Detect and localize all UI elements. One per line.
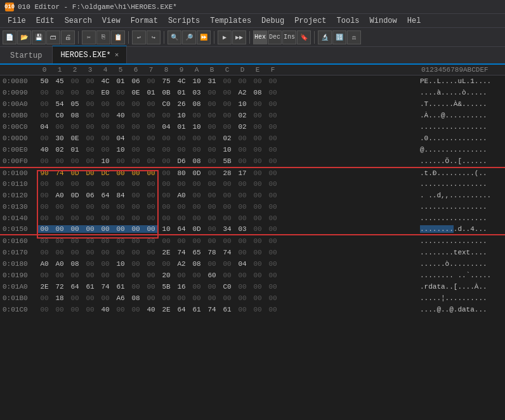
hex-cell[interactable]: 00	[82, 225, 98, 233]
hex-cell[interactable]: 00	[37, 203, 52, 211]
hex-cell[interactable]: 00	[250, 146, 265, 154]
hex-cell[interactable]: 00	[235, 249, 250, 256]
hex-cell[interactable]: 00	[204, 123, 220, 131]
hex-cell[interactable]: 00	[250, 283, 265, 291]
hex-cell[interactable]: 02	[235, 112, 250, 119]
hex-cell[interactable]: 00	[204, 283, 220, 291]
hex-cell[interactable]: 00	[37, 192, 52, 199]
hex-cell[interactable]: 00	[113, 237, 128, 245]
hex-cell[interactable]: 00	[265, 112, 280, 119]
hex-cell[interactable]: 00	[159, 214, 174, 222]
hex-cell[interactable]: 00	[98, 203, 113, 211]
table-row[interactable]: 0:01A02E726461746100005B160000C0000000.r…	[0, 281, 505, 292]
hex-cell[interactable]: 00	[189, 146, 204, 154]
table-row[interactable]: 0:01B00018000000A608000000000000000000..…	[0, 292, 505, 304]
tab-close-button[interactable]: ×	[115, 51, 119, 59]
hex-cell[interactable]: 08	[67, 260, 82, 268]
hex-cell[interactable]: 00	[52, 214, 67, 222]
hex-cell[interactable]: 72	[52, 283, 67, 291]
hex-cell[interactable]: 00	[113, 169, 128, 177]
hex-cell[interactable]: 00	[98, 180, 113, 188]
redo-button[interactable]: ↪	[147, 30, 161, 44]
hex-cell[interactable]: 54	[52, 100, 67, 108]
table-row[interactable]: 0:019000000000000000002000006000000000..…	[0, 270, 505, 281]
hex-cell[interactable]: 10	[159, 225, 174, 233]
hex-cell[interactable]: 00	[250, 157, 265, 165]
hex-cell[interactable]: 00	[204, 237, 220, 245]
hex-cell[interactable]: 00	[265, 135, 280, 142]
new-button[interactable]: 📄	[3, 30, 16, 44]
hex-cell[interactable]: 00	[143, 135, 159, 142]
hex-cell[interactable]: 00	[82, 272, 98, 279]
hex-cell[interactable]: 00	[82, 203, 98, 211]
hex-cell[interactable]: 00	[143, 180, 159, 188]
hex-cell[interactable]: 00	[67, 237, 82, 245]
table-row[interactable]: 0:016000000000000000000000000000000000..…	[0, 235, 505, 247]
menu-help[interactable]: Hel	[402, 14, 426, 27]
hex-cell[interactable]: 00	[174, 272, 189, 279]
table-row[interactable]: 0:011000000000000000000000000000000000..…	[0, 178, 505, 190]
hex-cell[interactable]: 00	[189, 112, 204, 119]
hex-cell[interactable]: 0D	[67, 192, 82, 199]
hex-cell[interactable]: 00	[113, 225, 128, 233]
hex-cell[interactable]: 00	[128, 225, 143, 233]
hex-cell[interactable]: 00	[235, 283, 250, 291]
hex-cell[interactable]: 00	[265, 89, 280, 96]
hex-cell[interactable]: 00	[128, 283, 143, 291]
hex-cell[interactable]: 06	[128, 77, 143, 85]
hex-cell[interactable]: 00	[250, 225, 265, 233]
table-row[interactable]: 0:017000000000000000002E74657874000000..…	[0, 247, 505, 258]
hex-cell[interactable]: 00	[204, 192, 220, 199]
hex-cell[interactable]: 00	[113, 100, 128, 108]
hex-cell[interactable]: 00	[250, 123, 265, 131]
hex-cell[interactable]: 00	[37, 214, 52, 222]
hex-cell[interactable]: 00	[82, 260, 98, 268]
hex-cell[interactable]: 00	[98, 225, 113, 233]
hex-cell[interactable]: 00	[159, 237, 174, 245]
hex-cell[interactable]: 0E	[128, 89, 143, 96]
hex-mode-button[interactable]: Hex	[253, 30, 267, 44]
table-row[interactable]: 0:00A00054050000000000C026080000100000.T…	[0, 98, 505, 110]
hex-cell[interactable]: 00	[235, 237, 250, 245]
hex-cell[interactable]: 00	[98, 272, 113, 279]
hex-cell[interactable]: 00	[98, 294, 113, 302]
hex-cell[interactable]: 00	[204, 260, 220, 268]
hex-cell[interactable]: 00	[128, 272, 143, 279]
hex-cell[interactable]: 00	[67, 203, 82, 211]
hex-cell[interactable]: 00	[235, 294, 250, 302]
hex-cell[interactable]: 00	[220, 89, 235, 96]
hex-cell[interactable]: 00	[128, 123, 143, 131]
hex-cell[interactable]: 00	[204, 157, 220, 165]
open-button[interactable]: 📂	[17, 30, 31, 44]
hex-cell[interactable]: 00	[159, 203, 174, 211]
hex-cell[interactable]: 01	[143, 89, 159, 96]
hex-cell[interactable]: 00	[235, 180, 250, 188]
hex-cell[interactable]: 60	[204, 272, 220, 279]
hex-cell[interactable]: 65	[189, 249, 204, 256]
hex-cell[interactable]: 00	[220, 180, 235, 188]
hex-cell[interactable]: 00	[113, 272, 128, 279]
find-replace-button[interactable]: 🔎	[182, 30, 196, 44]
hex-cell[interactable]: 00	[174, 146, 189, 154]
hex-cell[interactable]: 00	[265, 157, 280, 165]
hex-cell[interactable]: 00	[98, 135, 113, 142]
hex-cell[interactable]: 40	[98, 306, 113, 313]
hex-cell[interactable]: 00	[159, 180, 174, 188]
hex-cell[interactable]: 75	[159, 77, 174, 85]
hex-cell[interactable]: 28	[220, 169, 235, 177]
find-button[interactable]: 🔍	[167, 30, 181, 44]
run-template-button[interactable]: ▶▶	[232, 30, 246, 44]
save-all-button[interactable]: 🗃	[46, 30, 60, 44]
hex-cell[interactable]: A0	[174, 192, 189, 199]
hex-cell[interactable]: 03	[235, 225, 250, 233]
hex-cell[interactable]: 04	[113, 135, 128, 142]
hex-cell[interactable]: 00	[143, 237, 159, 245]
hex-cell[interactable]: 00	[265, 249, 280, 256]
menu-edit[interactable]: Edit	[31, 14, 60, 27]
hex-cell[interactable]: 00	[204, 180, 220, 188]
hex-cell[interactable]: 10	[189, 77, 204, 85]
hex-cell[interactable]: 00	[82, 123, 98, 131]
hex-cell[interactable]: 5B	[159, 283, 174, 291]
hex-cell[interactable]: 00	[174, 214, 189, 222]
hex-cell[interactable]: 00	[220, 100, 235, 108]
